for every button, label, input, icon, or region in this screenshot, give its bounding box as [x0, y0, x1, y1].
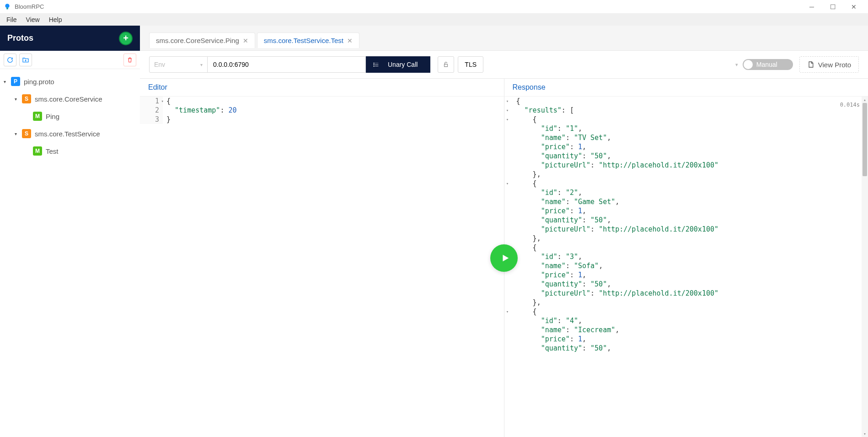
caret-icon: ▾: [4, 79, 11, 84]
badge-method: M: [33, 146, 42, 156]
import-paths-button[interactable]: [19, 54, 32, 66]
response-code[interactable]: 0.014s ▾▾▾▾▾▾ { "results": [ { "id": "1"…: [504, 97, 868, 437]
tab-sms-core-testservice-test[interactable]: sms.core.TestService.Test✕: [257, 32, 359, 48]
window-maximize-button[interactable]: ☐: [822, 0, 843, 14]
toggle-knob: [744, 60, 753, 69]
tab-close-icon[interactable]: ✕: [347, 37, 353, 44]
tree-method-test[interactable]: MTest: [0, 142, 140, 160]
caret-icon: ▾: [15, 97, 22, 102]
tree-label: sms.core.CoreService: [35, 95, 102, 103]
add-proto-button[interactable]: +: [119, 32, 133, 45]
tls-button[interactable]: TLS: [458, 56, 483, 73]
badge-method: M: [33, 112, 42, 121]
tab-close-icon[interactable]: ✕: [243, 37, 248, 44]
delete-button[interactable]: [123, 54, 136, 66]
editor-title: Editor: [140, 79, 504, 97]
tree-label: Ping: [46, 113, 59, 120]
tree-proto-ping-proto[interactable]: ▾Pping.proto: [0, 73, 140, 90]
tab-label: sms.core.CoreService.Ping: [156, 37, 239, 44]
chevron-down-icon[interactable]: ▾: [735, 62, 738, 68]
response-timing: 0.014s: [840, 100, 860, 109]
interactive-toggle[interactable]: Manual: [743, 59, 793, 70]
tab-label: sms.core.TestService.Test: [264, 37, 343, 44]
refresh-icon: [6, 56, 14, 64]
response-scrollbar[interactable]: ▴ ▾: [862, 97, 868, 437]
toggle-label: Manual: [756, 61, 777, 68]
tree-label: ping.proto: [24, 78, 54, 86]
refresh-button[interactable]: [4, 54, 16, 66]
editor-panel: Editor 123 { "timestamp": 20}: [140, 79, 504, 437]
folder-icon: [22, 56, 29, 64]
caret-icon: ▾: [15, 131, 22, 136]
menubar: FileViewHelp: [0, 14, 868, 26]
window-titlebar: BloomRPC ─ ☐ ✕: [0, 0, 868, 14]
response-panel: Response 0.014s ▾▾▾▾▾▾ { "results": [ { …: [504, 79, 868, 437]
play-icon: [500, 253, 510, 263]
window-minimize-button[interactable]: ─: [801, 0, 822, 14]
lock-button[interactable]: [438, 56, 454, 73]
trash-icon: [127, 57, 133, 63]
view-proto-label: View Proto: [818, 61, 851, 69]
view-proto-button[interactable]: View Proto: [799, 56, 859, 73]
editor-code[interactable]: 123 { "timestamp": 20}: [140, 97, 504, 437]
badge-proto: P: [11, 77, 20, 86]
proto-tree: ▾Pping.proto▾Ssms.core.CoreServiceMPing▾…: [0, 69, 140, 437]
sidebar-toolbar: [0, 51, 140, 69]
menu-file[interactable]: File: [2, 15, 21, 25]
env-select[interactable]: Env ▾: [149, 56, 208, 73]
response-title: Response: [504, 79, 868, 97]
badge-service: S: [22, 129, 31, 138]
window-title: BloomRPC: [15, 3, 801, 10]
chevron-down-icon: ▾: [200, 62, 203, 67]
address-input[interactable]: [208, 56, 366, 73]
list-icon: [372, 61, 380, 68]
sidebar: Protos + ▾Pping.proto▾Ssms.core.CoreServ…: [0, 26, 140, 437]
menu-view[interactable]: View: [21, 15, 44, 25]
tree-label: Test: [46, 147, 59, 155]
env-placeholder: Env: [154, 61, 165, 68]
tab-sms-core-coreservice-ping[interactable]: sms.core.CoreService.Ping✕: [149, 32, 255, 48]
unary-call-button[interactable]: Unary Call: [366, 56, 430, 73]
menu-help[interactable]: Help: [44, 15, 67, 25]
file-icon: [807, 61, 814, 68]
tree-method-ping[interactable]: MPing: [0, 108, 140, 125]
unlock-icon: [443, 61, 449, 68]
sidebar-header: Protos +: [0, 26, 140, 51]
editor-panels: Editor 123 { "timestamp": 20} Response 0…: [140, 79, 868, 437]
sidebar-title: Protos: [7, 33, 33, 43]
content-area: sms.core.CoreService.Ping✕sms.core.TestS…: [140, 26, 868, 437]
unary-call-label: Unary Call: [388, 61, 418, 68]
badge-service: S: [22, 94, 31, 103]
tree-label: sms.core.TestService: [35, 130, 100, 138]
tabs-bar: sms.core.CoreService.Ping✕sms.core.TestS…: [140, 26, 868, 50]
window-close-button[interactable]: ✕: [843, 0, 864, 14]
tree-service-sms-core-coreservice[interactable]: ▾Ssms.core.CoreService: [0, 90, 140, 108]
tree-service-sms-core-testservice[interactable]: ▾Ssms.core.TestService: [0, 125, 140, 142]
play-button[interactable]: [490, 244, 518, 272]
address-bar: Env ▾ Unary Call TLS ▾ Manual View Proto: [140, 50, 868, 79]
app-icon: [4, 3, 11, 11]
